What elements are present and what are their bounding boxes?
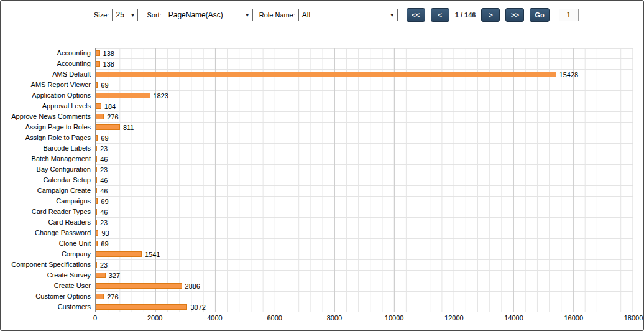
- bar-value-label: 23: [100, 219, 108, 226]
- category-label: Campaign Create: [1, 185, 95, 196]
- bar-row: 3072: [96, 302, 633, 312]
- bar: [96, 209, 97, 215]
- bar-value-label: 46: [100, 187, 108, 195]
- category-label: Batch Management: [1, 154, 95, 164]
- bar: [96, 241, 98, 246]
- x-axis-tick-label: 8000: [327, 314, 342, 322]
- bar-value-label: 1823: [154, 92, 168, 100]
- bar-row: 23: [96, 217, 633, 228]
- category-label: Calendar Setup: [1, 175, 95, 185]
- size-label: Size:: [94, 11, 109, 19]
- x-axis-tick-label: 16000: [564, 314, 583, 322]
- bar-value-label: 2886: [185, 282, 200, 290]
- bar-value-label: 276: [107, 293, 118, 301]
- bar: [96, 82, 98, 88]
- category-label: Create Survey: [1, 270, 95, 281]
- bar: [96, 93, 150, 98]
- current-page-number: 1: [455, 11, 459, 19]
- category-label: AMS Report Viewer: [1, 80, 95, 90]
- bar-value-label: 46: [100, 177, 108, 184]
- bar-row: 15428: [96, 69, 633, 80]
- bar-value-label: 184: [104, 103, 116, 110]
- bar-chart: AccountingAccountingAMS DefaultAMS Repor…: [1, 48, 643, 324]
- category-label: Customer Options: [1, 291, 95, 302]
- bar-value-label: 15428: [559, 71, 579, 78]
- bar: [96, 135, 98, 141]
- category-label: Clone Unit: [1, 238, 95, 249]
- app-window: Size: 25 ▼ Sort: PageName(Asc) ▼ Role Na…: [0, 0, 644, 331]
- category-label: Campaigns: [1, 196, 95, 207]
- bar-value-label: 93: [101, 230, 109, 237]
- bar-row: 69: [96, 238, 633, 249]
- x-axis-ticks: 0200040006000800010000120001400016000180…: [95, 312, 633, 324]
- bar-value-label: 811: [123, 124, 134, 131]
- category-label: Component Specifications: [1, 259, 95, 270]
- category-label: Card Readers: [1, 217, 95, 228]
- bar: [96, 167, 97, 172]
- category-label: Create User: [1, 281, 95, 291]
- bar-value-label: 138: [103, 60, 114, 68]
- first-page-button[interactable]: <<: [407, 8, 425, 22]
- bar-row: 23: [96, 143, 633, 154]
- category-label: Card Reader Types: [1, 207, 95, 217]
- go-button[interactable]: Go: [530, 8, 549, 22]
- page-number-input[interactable]: [559, 9, 579, 21]
- page-size-select[interactable]: 25 ▼: [112, 9, 138, 21]
- category-label: Accounting: [1, 58, 95, 69]
- category-label: Barcode Labels: [1, 143, 95, 154]
- bar-row: 46: [96, 207, 633, 217]
- sort-select[interactable]: PageName(Asc) ▼: [165, 9, 253, 21]
- x-axis-tick-label: 18000: [624, 314, 643, 322]
- axis-spacer: [1, 312, 95, 324]
- x-axis-tick-label: 10000: [385, 314, 404, 322]
- category-label: Approval Levels: [1, 101, 95, 111]
- chart-body: AccountingAccountingAMS DefaultAMS Repor…: [1, 48, 633, 312]
- prev-page-button[interactable]: <: [431, 8, 449, 22]
- bar: [96, 114, 104, 119]
- bar-value-label: 1541: [145, 251, 160, 258]
- category-label: Assign Role to Pages: [1, 133, 95, 143]
- bar-value-label: 69: [101, 82, 108, 89]
- bar-row: 46: [96, 185, 633, 196]
- bar: [96, 230, 98, 236]
- sort-select-value: PageName(Asc): [168, 11, 223, 19]
- bar-value-label: 327: [109, 272, 120, 279]
- bar-row: 184: [96, 101, 633, 111]
- bar-row: 2886: [96, 281, 633, 291]
- role-name-select-value: All: [302, 11, 310, 19]
- bar-row: 327: [96, 270, 633, 281]
- bar-row: 46: [96, 154, 633, 164]
- bar: [96, 61, 100, 67]
- category-label: Application Options: [1, 90, 95, 101]
- bar: [96, 294, 104, 299]
- bar-value-label: 138: [103, 50, 114, 57]
- bar: [96, 156, 97, 162]
- page-separator: /: [461, 11, 462, 19]
- page-size-select-value: 25: [116, 11, 124, 19]
- x-axis-tick-label: 12000: [444, 314, 464, 322]
- next-page-button[interactable]: >: [481, 8, 500, 22]
- bar-value-label: 46: [100, 208, 108, 216]
- bar-row: 138: [96, 58, 633, 69]
- x-axis-tick-label: 2000: [147, 314, 162, 322]
- toolbar: Size: 25 ▼ Sort: PageName(Asc) ▼ Role Na…: [1, 1, 643, 29]
- x-axis-tick-label: 4000: [207, 314, 222, 322]
- category-label: Change Password: [1, 228, 95, 238]
- role-name-select[interactable]: All ▼: [298, 9, 398, 21]
- bar-row: 276: [96, 111, 633, 122]
- bar: [96, 72, 556, 77]
- category-labels: AccountingAccountingAMS DefaultAMS Repor…: [1, 48, 95, 312]
- chevron-down-icon: ▼: [390, 12, 395, 18]
- bar: [96, 251, 142, 257]
- bar: [96, 124, 120, 130]
- category-label: Company: [1, 249, 95, 259]
- bar: [96, 177, 97, 183]
- bar-value-label: 23: [100, 166, 108, 174]
- bar-row: 69: [96, 80, 633, 90]
- last-page-button[interactable]: >>: [505, 8, 524, 22]
- x-axis-tick-label: 0: [93, 314, 97, 322]
- category-label: Customers: [1, 302, 95, 312]
- bar-row: 69: [96, 196, 633, 207]
- bar-row: 23: [96, 259, 633, 270]
- bar-value-label: 69: [101, 240, 108, 248]
